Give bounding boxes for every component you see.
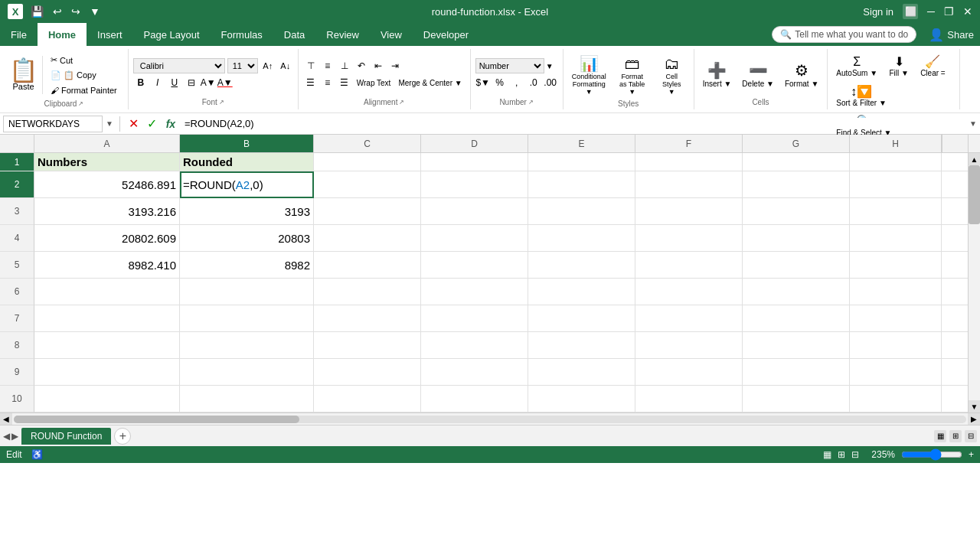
name-box[interactable]: NETWORKDAYS bbox=[3, 116, 103, 132]
font-name-select[interactable]: Calibri bbox=[133, 58, 225, 73]
tab-data[interactable]: Data bbox=[273, 23, 315, 46]
border-button[interactable]: ⊟ bbox=[184, 75, 199, 90]
cell-b9[interactable] bbox=[180, 359, 314, 386]
paste-button[interactable]: 📋 Paste bbox=[5, 56, 43, 94]
col-header-f[interactable]: F bbox=[635, 135, 743, 152]
cell-b3[interactable]: 3193 bbox=[180, 198, 314, 225]
font-expand-icon[interactable]: ↗ bbox=[219, 99, 224, 106]
cell-c8[interactable] bbox=[314, 332, 421, 359]
cell-g3[interactable] bbox=[743, 198, 850, 225]
cell-f7[interactable] bbox=[635, 305, 743, 332]
cell-d7[interactable] bbox=[421, 305, 528, 332]
cell-h3[interactable] bbox=[850, 198, 942, 225]
cell-a4[interactable]: 20802.609 bbox=[34, 225, 180, 252]
tab-file[interactable]: File bbox=[0, 23, 38, 46]
cell-c1[interactable] bbox=[314, 153, 421, 171]
cell-d6[interactable] bbox=[421, 279, 528, 305]
cell-h4[interactable] bbox=[850, 225, 942, 252]
cell-g4[interactable] bbox=[743, 225, 850, 252]
tab-page-layout[interactable]: Page Layout bbox=[133, 23, 211, 46]
zoom-in-button[interactable]: + bbox=[969, 449, 974, 460]
cell-a9[interactable] bbox=[34, 359, 180, 386]
redo-button[interactable]: ↪ bbox=[68, 4, 83, 19]
tab-formulas[interactable]: Formulas bbox=[211, 23, 273, 46]
cell-c5[interactable] bbox=[314, 252, 421, 279]
row-num-10[interactable]: 10 bbox=[0, 386, 34, 412]
cell-a8[interactable] bbox=[34, 332, 180, 359]
cell-f8[interactable] bbox=[635, 332, 743, 359]
view-page-icon[interactable]: ⊞ bbox=[838, 449, 845, 460]
cell-c3[interactable] bbox=[314, 198, 421, 225]
sign-in-button[interactable]: Sign in bbox=[863, 6, 893, 18]
font-size-select[interactable]: 11 bbox=[227, 58, 258, 73]
cell-h9[interactable] bbox=[850, 359, 942, 386]
wrap-text-button[interactable]: Wrap Text bbox=[354, 77, 394, 89]
number-format-select[interactable]: Number bbox=[475, 58, 544, 73]
cell-b8[interactable] bbox=[180, 332, 314, 359]
number-format-dropdown[interactable]: ▼ bbox=[546, 62, 554, 70]
cell-a2[interactable]: 52486.891 bbox=[34, 171, 180, 198]
cell-f9[interactable] bbox=[635, 359, 743, 386]
cell-f10[interactable] bbox=[635, 386, 743, 412]
cell-h2[interactable] bbox=[850, 171, 942, 198]
add-sheet-button[interactable]: + bbox=[114, 428, 131, 445]
decimal-decrease-button[interactable]: .00 bbox=[543, 75, 558, 90]
cell-e5[interactable] bbox=[528, 252, 635, 279]
cell-e2[interactable] bbox=[528, 171, 635, 198]
decimal-increase-button[interactable]: .0 bbox=[526, 75, 541, 90]
clipboard-expand-icon[interactable]: ↗ bbox=[78, 100, 83, 107]
minimize-button[interactable]: ─ bbox=[927, 5, 935, 18]
confirm-formula-button[interactable]: ✓ bbox=[145, 116, 160, 132]
format-painter-button[interactable]: 🖌 Format Painter bbox=[47, 84, 120, 96]
align-bottom-button[interactable]: ⊥ bbox=[337, 58, 352, 73]
font-color-button[interactable]: A▼ bbox=[217, 75, 233, 90]
h-scroll-thumb[interactable] bbox=[14, 416, 299, 423]
cell-c7[interactable] bbox=[314, 305, 421, 332]
row-num-7[interactable]: 7 bbox=[0, 305, 34, 332]
col-header-e[interactable]: E bbox=[528, 135, 635, 152]
share-button[interactable]: Share bbox=[947, 29, 974, 41]
cell-b6[interactable] bbox=[180, 279, 314, 305]
tab-home[interactable]: Home bbox=[38, 23, 87, 46]
conditional-formatting-button[interactable]: 📊 Conditional Formatting ▼ bbox=[568, 52, 610, 98]
scroll-down-button[interactable]: ▼ bbox=[969, 400, 980, 412]
clear-button[interactable]: 🧹 Clear = bbox=[916, 52, 949, 80]
scroll-tabs-left[interactable]: ◀ bbox=[3, 431, 10, 442]
view-normal-icon[interactable]: ▦ bbox=[823, 449, 831, 460]
row-num-9[interactable]: 9 bbox=[0, 359, 34, 386]
number-expand-icon[interactable]: ↗ bbox=[528, 99, 534, 106]
cell-b1[interactable]: Rounded bbox=[180, 153, 314, 171]
cell-f6[interactable] bbox=[635, 279, 743, 305]
cell-h7[interactable] bbox=[850, 305, 942, 332]
cell-d10[interactable] bbox=[421, 386, 528, 412]
cell-d3[interactable] bbox=[421, 198, 528, 225]
tab-developer[interactable]: Developer bbox=[413, 23, 479, 46]
cell-f2[interactable] bbox=[635, 171, 743, 198]
vertical-scrollbar[interactable]: ▲ ▼ bbox=[968, 153, 980, 412]
sheet-tab-round-function[interactable]: ROUND Function bbox=[21, 428, 111, 445]
expand-formula-button[interactable]: ▼ bbox=[106, 119, 113, 128]
scroll-right-button[interactable]: ▶ bbox=[968, 413, 980, 425]
cell-f4[interactable] bbox=[635, 225, 743, 252]
tab-view[interactable]: View bbox=[370, 23, 413, 46]
cell-b10[interactable] bbox=[180, 386, 314, 412]
cell-d9[interactable] bbox=[421, 359, 528, 386]
col-header-d[interactable]: D bbox=[421, 135, 528, 152]
cut-button[interactable]: ✂ Cut bbox=[47, 54, 120, 67]
scroll-left-button[interactable]: ◀ bbox=[0, 413, 12, 425]
cell-g10[interactable] bbox=[743, 386, 850, 412]
cell-f1[interactable] bbox=[635, 153, 743, 171]
col-header-b[interactable]: B bbox=[180, 135, 314, 152]
normal-view-button[interactable]: ▦ bbox=[934, 430, 946, 442]
page-layout-view-button[interactable]: ⊞ bbox=[949, 430, 962, 442]
cell-a3[interactable]: 3193.216 bbox=[34, 198, 180, 225]
row-num-2[interactable]: 2 bbox=[0, 171, 34, 198]
cancel-formula-button[interactable]: ✕ bbox=[126, 116, 142, 132]
cell-g1[interactable] bbox=[743, 153, 850, 171]
tell-me-input[interactable]: 🔍 Tell me what you want to do bbox=[772, 26, 916, 43]
cell-h8[interactable] bbox=[850, 332, 942, 359]
delete-button[interactable]: ➖ Delete ▼ bbox=[738, 59, 778, 90]
cell-g2[interactable] bbox=[743, 171, 850, 198]
cell-a5[interactable]: 8982.410 bbox=[34, 252, 180, 279]
font-increase-button[interactable]: A↑ bbox=[260, 58, 276, 73]
